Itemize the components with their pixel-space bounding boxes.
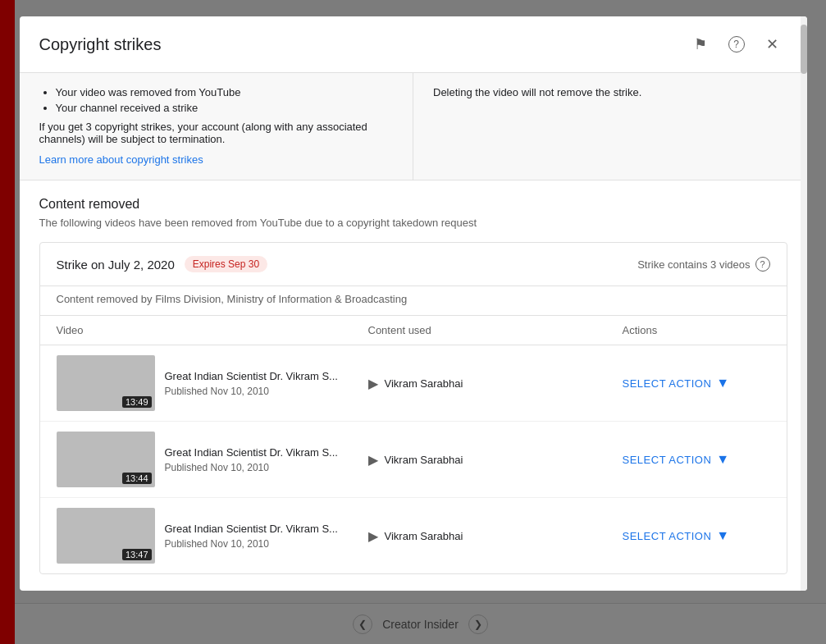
select-action-label-3: SELECT ACTION: [623, 530, 712, 542]
strike-card: Strike on July 2, 2020 Expires Sep 30 St…: [39, 242, 787, 574]
flag-icon: ⚑: [694, 35, 707, 53]
learn-more-link[interactable]: Learn more about copyright strikes: [39, 153, 203, 166]
video-info-1: Great Indian Scientist Dr. Vikram S... P…: [165, 370, 338, 397]
scrollbar-thumb[interactable]: [801, 25, 807, 74]
strike-content-by: Content removed by Films Division, Minis…: [40, 286, 787, 316]
info-left: Your video was removed from YouTube Your…: [20, 73, 414, 180]
dropdown-arrow-1: ▼: [716, 376, 729, 391]
col-header-content: Content used: [368, 324, 623, 336]
content-name-3: Vikram Sarabhai: [385, 530, 463, 542]
content-cell-1: ▶ Vikram Sarabhai: [368, 376, 623, 391]
video-cell-2: 13:44 Great Indian Scientist Dr. Vikram …: [57, 432, 368, 487]
content-removed-section: Content removed The following videos hav…: [20, 180, 807, 591]
dropdown-arrow-2: ▼: [716, 452, 729, 467]
actions-cell-3: SELECT ACTION ▼: [623, 528, 770, 543]
video-pub-2: Published Nov 10, 2010: [165, 462, 338, 473]
strike-date: Strike on July 2, 2020: [57, 258, 175, 272]
scrollbar-track[interactable]: [801, 16, 807, 591]
content-cell-3: ▶ Vikram Sarabhai: [368, 528, 623, 544]
select-action-label-1: SELECT ACTION: [623, 377, 712, 390]
video-pub-3: Published Nov 10, 2010: [165, 538, 338, 550]
help-button[interactable]: ?: [722, 30, 751, 59]
video-icon-1: ▶: [368, 376, 378, 391]
col-header-actions: Actions: [623, 324, 770, 336]
video-info-2: Great Indian Scientist Dr. Vikram S... P…: [165, 446, 338, 473]
duration-3: 13:47: [122, 549, 152, 560]
select-action-button-1[interactable]: SELECT ACTION ▼: [623, 376, 730, 391]
delete-warning: Deleting the video will not remove the s…: [433, 86, 787, 98]
info-right: Deleting the video will not remove the s…: [413, 73, 807, 180]
modal-header-icons: ⚑ ? ✕: [686, 30, 787, 59]
help-icon: ?: [728, 36, 745, 53]
table-header-row: Video Content used Actions: [40, 316, 787, 345]
info-section: Your video was removed from YouTube Your…: [20, 73, 807, 180]
video-title-3: Great Indian Scientist Dr. Vikram S...: [165, 523, 338, 535]
close-icon: ✕: [766, 35, 778, 53]
video-cell-1: 13:49 Great Indian Scientist Dr. Vikram …: [57, 355, 368, 411]
table-row: 13:44 Great Indian Scientist Dr. Vikram …: [40, 422, 787, 498]
strike-help-icon[interactable]: ?: [755, 257, 770, 272]
expires-badge: Expires Sep 30: [185, 256, 267, 272]
strike-header-left: Strike on July 2, 2020 Expires Sep 30: [57, 256, 268, 272]
modal-body: Your video was removed from YouTube Your…: [20, 73, 807, 591]
content-removed-title: Content removed: [39, 197, 787, 212]
content-name-2: Vikram Sarabhai: [385, 454, 463, 466]
table-row: 13:49 Great Indian Scientist Dr. Vikram …: [40, 345, 787, 422]
actions-cell-2: SELECT ACTION ▼: [623, 452, 770, 467]
copyright-strikes-modal: Copyright strikes ⚑ ? ✕ Your video was r: [20, 16, 807, 591]
video-icon-2: ▶: [368, 452, 378, 468]
video-icon-3: ▶: [368, 528, 378, 544]
bullet-2: Your channel received a strike: [56, 102, 394, 114]
video-title-2: Great Indian Scientist Dr. Vikram S...: [165, 446, 338, 459]
thumbnail-1: 13:49: [57, 355, 155, 411]
dropdown-arrow-3: ▼: [716, 528, 729, 543]
video-title-1: Great Indian Scientist Dr. Vikram S...: [165, 370, 338, 382]
select-action-label-2: SELECT ACTION: [623, 454, 712, 466]
table-row: 13:47 Great Indian Scientist Dr. Vikram …: [40, 498, 787, 573]
thumbnail-2: 13:44: [57, 432, 155, 487]
video-pub-1: Published Nov 10, 2010: [165, 386, 338, 397]
select-action-button-2[interactable]: SELECT ACTION ▼: [623, 452, 730, 467]
close-button[interactable]: ✕: [758, 30, 787, 59]
video-info-3: Great Indian Scientist Dr. Vikram S... P…: [165, 523, 338, 550]
bullet-1: Your video was removed from YouTube: [56, 86, 394, 98]
col-header-video: Video: [57, 324, 368, 336]
modal-backdrop: Copyright strikes ⚑ ? ✕ Your video was r: [0, 0, 826, 644]
select-action-button-3[interactable]: SELECT ACTION ▼: [623, 528, 730, 543]
thumbnail-3: 13:47: [57, 508, 155, 564]
videos-table: Video Content used Actions 13:49: [40, 316, 787, 573]
modal-header: Copyright strikes ⚑ ? ✕: [20, 16, 807, 73]
strike-header: Strike on July 2, 2020 Expires Sep 30 St…: [40, 243, 787, 286]
warning-text: If you get 3 copyright strikes, your acc…: [39, 121, 394, 145]
modal-title: Copyright strikes: [39, 35, 162, 54]
content-cell-2: ▶ Vikram Sarabhai: [368, 452, 623, 468]
duration-1: 13:49: [122, 396, 152, 408]
content-removed-desc: The following videos have been removed f…: [39, 217, 787, 229]
actions-cell-1: SELECT ACTION ▼: [623, 376, 770, 391]
video-cell-3: 13:47 Great Indian Scientist Dr. Vikram …: [57, 508, 368, 564]
content-name-1: Vikram Sarabhai: [385, 377, 463, 390]
strike-contains: Strike contains 3 videos ?: [637, 257, 769, 272]
strike-contains-text: Strike contains 3 videos: [637, 258, 750, 271]
duration-2: 13:44: [122, 473, 152, 484]
flag-button[interactable]: ⚑: [686, 30, 715, 59]
